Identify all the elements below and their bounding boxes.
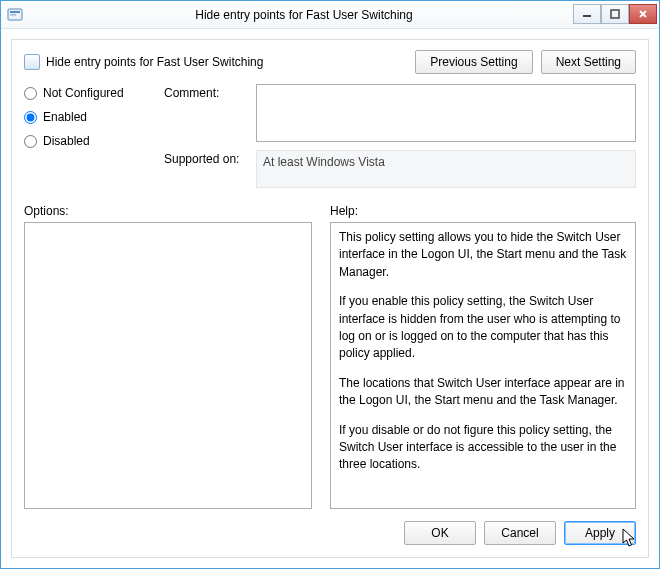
footer-buttons: OK Cancel Apply [24, 521, 636, 545]
radio-not-configured-input[interactable] [24, 87, 37, 100]
svg-rect-3 [583, 15, 591, 17]
comment-label: Comment: [164, 84, 246, 100]
app-icon [7, 7, 23, 23]
maximize-button[interactable] [601, 4, 629, 24]
window-title: Hide entry points for Fast User Switchin… [29, 8, 659, 22]
policy-editor-window: Hide entry points for Fast User Switchin… [0, 0, 660, 569]
next-setting-button[interactable]: Next Setting [541, 50, 636, 74]
svg-rect-4 [611, 10, 619, 18]
content-frame: Hide entry points for Fast User Switchin… [11, 39, 649, 558]
ok-button[interactable]: OK [404, 521, 476, 545]
help-paragraph: If you enable this policy setting, the S… [339, 293, 627, 363]
radio-not-configured[interactable]: Not Configured [24, 86, 152, 100]
help-paragraph: The locations that Switch User interface… [339, 375, 627, 410]
supported-row: Supported on: At least Windows Vista [164, 150, 636, 188]
radio-not-configured-label: Not Configured [43, 86, 124, 100]
titlebar[interactable]: Hide entry points for Fast User Switchin… [1, 1, 659, 29]
previous-setting-button[interactable]: Previous Setting [415, 50, 532, 74]
help-paragraph: This policy setting allows you to hide t… [339, 229, 627, 281]
policy-icon [24, 54, 40, 70]
options-label: Options: [24, 204, 312, 218]
svg-rect-1 [10, 11, 20, 13]
nav-buttons: Previous Setting Next Setting [415, 50, 636, 74]
cancel-button[interactable]: Cancel [484, 521, 556, 545]
radio-enabled-label: Enabled [43, 110, 87, 124]
comment-row: Comment: [164, 84, 636, 142]
apply-button[interactable]: Apply [564, 521, 636, 545]
window-controls [573, 4, 657, 24]
help-paragraph: If you disable or do not figure this pol… [339, 422, 627, 474]
pane-labels: Options: Help: [24, 204, 636, 218]
radio-enabled-input[interactable] [24, 111, 37, 124]
supported-label: Supported on: [164, 150, 246, 166]
supported-value: At least Windows Vista [256, 150, 636, 188]
help-pane[interactable]: This policy setting allows you to hide t… [330, 222, 636, 509]
fields-column: Comment: Supported on: At least Windows … [164, 84, 636, 188]
radio-disabled-label: Disabled [43, 134, 90, 148]
svg-rect-2 [10, 14, 16, 16]
minimize-button[interactable] [573, 4, 601, 24]
state-radios: Not Configured Enabled Disabled [24, 84, 152, 188]
close-button[interactable] [629, 4, 657, 24]
radio-disabled-input[interactable] [24, 135, 37, 148]
client-area: Hide entry points for Fast User Switchin… [1, 29, 659, 568]
radio-disabled[interactable]: Disabled [24, 134, 152, 148]
help-label: Help: [330, 204, 358, 218]
config-row: Not Configured Enabled Disabled Comment: [24, 84, 636, 188]
policy-header-row: Hide entry points for Fast User Switchin… [24, 50, 636, 74]
radio-enabled[interactable]: Enabled [24, 110, 152, 124]
comment-input[interactable] [256, 84, 636, 142]
panes: This policy setting allows you to hide t… [24, 222, 636, 509]
options-pane[interactable] [24, 222, 312, 509]
supported-text: At least Windows Vista [263, 155, 385, 169]
policy-name: Hide entry points for Fast User Switchin… [46, 55, 263, 69]
